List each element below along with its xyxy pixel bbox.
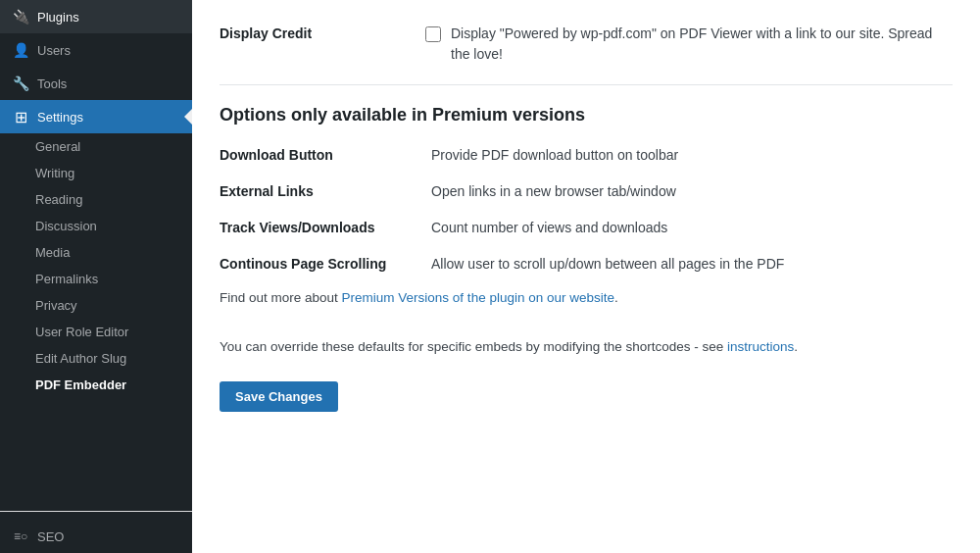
- premium-options: Download Button Provide PDF download but…: [220, 145, 953, 275]
- main-content: Display Credit Display "Powered by wp-pd…: [192, 0, 980, 553]
- sidebar-item-seo[interactable]: ≡○ SEO: [0, 520, 192, 553]
- override-note-after: .: [794, 339, 798, 354]
- sidebar-submenu-writing[interactable]: Writing: [0, 160, 192, 186]
- instructions-link[interactable]: instructions: [727, 339, 794, 354]
- option-row-external-links: External Links Open links in a new brows…: [220, 181, 953, 202]
- sidebar-item-label: Plugins: [37, 10, 79, 25]
- premium-link-period: .: [614, 290, 618, 305]
- plugins-icon: 🔌: [12, 8, 29, 25]
- sidebar-submenu-pdf-embedder[interactable]: PDF Embedder: [0, 372, 192, 398]
- sidebar-item-plugins[interactable]: 🔌 Plugins: [0, 0, 192, 33]
- users-icon: 👤: [12, 41, 29, 59]
- option-value-download: Provide PDF download button on toolbar: [431, 145, 678, 166]
- sidebar-submenu-privacy[interactable]: Privacy: [0, 292, 192, 319]
- override-note-before: You can override these defaults for spec…: [220, 339, 727, 354]
- option-value-page-scrolling: Allow user to scroll up/down between all…: [431, 254, 784, 275]
- sidebar: 🔌 Plugins 👤 Users 🔧 Tools ⊞ Settings Gen…: [0, 0, 192, 553]
- option-row-download: Download Button Provide PDF download but…: [220, 145, 953, 166]
- sidebar-item-label: Settings: [37, 110, 83, 125]
- option-value-track-views: Count number of views and downloads: [431, 218, 667, 238]
- sidebar-item-tools[interactable]: 🔧 Tools: [0, 67, 192, 100]
- sidebar-submenu-reading[interactable]: Reading: [0, 186, 192, 213]
- sidebar-submenu-edit-author-slug[interactable]: Edit Author Slug: [0, 345, 192, 372]
- sidebar-item-label: Users: [37, 43, 71, 58]
- sidebar-submenu-user-role-editor[interactable]: User Role Editor: [0, 319, 192, 345]
- premium-heading: Options only available in Premium versio…: [220, 105, 953, 126]
- option-label-external-links: External Links: [220, 181, 416, 199]
- option-row-page-scrolling: Continous Page Scrolling Allow user to s…: [220, 254, 953, 275]
- option-row-track-views: Track Views/Downloads Count number of vi…: [220, 218, 953, 238]
- option-value-external-links: Open links in a new browser tab/window: [431, 181, 676, 202]
- settings-icon: ⊞: [12, 108, 29, 126]
- sidebar-item-label: Tools: [37, 76, 67, 91]
- sidebar-submenu-general[interactable]: General: [0, 133, 192, 160]
- premium-link-row: Find out more about Premium Versions of …: [220, 290, 953, 305]
- option-label-page-scrolling: Continous Page Scrolling: [220, 254, 416, 272]
- save-changes-button[interactable]: Save Changes: [220, 381, 338, 412]
- premium-link[interactable]: Premium Versions of the plugin on our we…: [342, 290, 614, 305]
- override-note: You can override these defaults for spec…: [220, 336, 953, 358]
- display-credit-row: Display Credit Display "Powered by wp-pd…: [220, 24, 953, 85]
- sidebar-item-users[interactable]: 👤 Users: [0, 33, 192, 67]
- sidebar-submenu-permalinks[interactable]: Permalinks: [0, 266, 192, 292]
- display-credit-description: Display "Powered by wp-pdf.com" on PDF V…: [451, 24, 953, 65]
- display-credit-checkbox[interactable]: [425, 26, 441, 42]
- premium-link-before: Find out more about: [220, 290, 342, 305]
- option-label-download: Download Button: [220, 145, 416, 163]
- sidebar-submenu-discussion[interactable]: Discussion: [0, 213, 192, 239]
- tools-icon: 🔧: [12, 75, 29, 92]
- display-credit-label: Display Credit: [220, 24, 416, 41]
- sidebar-submenu-media[interactable]: Media: [0, 239, 192, 266]
- option-label-track-views: Track Views/Downloads: [220, 218, 416, 235]
- sidebar-item-settings[interactable]: ⊞ Settings: [0, 100, 192, 133]
- sidebar-item-label: SEO: [37, 529, 64, 544]
- seo-icon: ≡○: [12, 528, 29, 545]
